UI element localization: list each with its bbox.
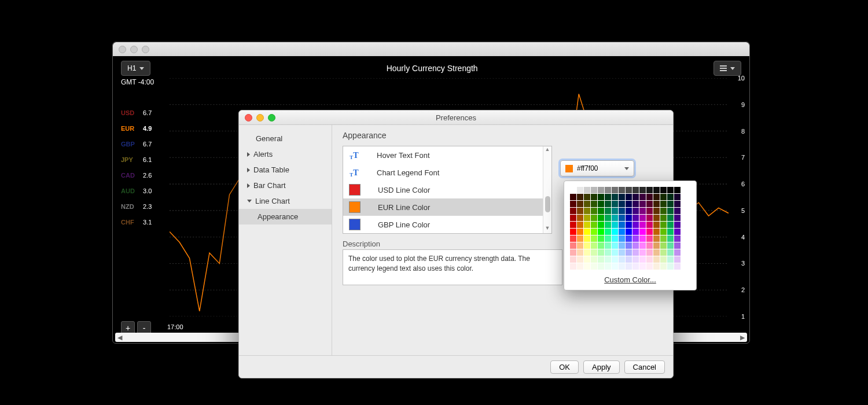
palette-swatch[interactable] xyxy=(667,242,674,249)
palette-swatch[interactable] xyxy=(660,256,667,263)
palette-swatch[interactable] xyxy=(577,201,583,207)
palette-swatch[interactable] xyxy=(577,256,583,263)
palette-swatch[interactable] xyxy=(577,235,583,242)
palette-swatch[interactable] xyxy=(619,215,625,221)
legend-row-aud[interactable]: AUD3.0 xyxy=(121,183,152,198)
palette-swatch[interactable] xyxy=(660,187,667,193)
palette-swatch[interactable] xyxy=(605,263,611,270)
palette-swatch[interactable] xyxy=(639,194,646,200)
palette-swatch[interactable] xyxy=(632,201,639,207)
palette-swatch[interactable] xyxy=(674,249,681,256)
palette-swatch[interactable] xyxy=(584,256,590,263)
palette-swatch[interactable] xyxy=(626,263,632,270)
palette-swatch[interactable] xyxy=(653,249,660,256)
palette-swatch[interactable] xyxy=(674,256,681,263)
legend-row-usd[interactable]: USD6.7 xyxy=(121,105,152,120)
palette-swatch[interactable] xyxy=(598,235,604,242)
palette-swatch[interactable] xyxy=(646,256,653,263)
palette-swatch[interactable] xyxy=(591,208,597,214)
palette-swatch[interactable] xyxy=(570,256,576,263)
palette-swatch[interactable] xyxy=(653,263,660,270)
property-row[interactable]: TTHover Text Font xyxy=(343,146,551,164)
scroll-down-icon[interactable]: ▼ xyxy=(543,225,551,233)
minimize-icon[interactable] xyxy=(130,46,138,53)
palette-swatch[interactable] xyxy=(612,194,618,200)
palette-swatch[interactable] xyxy=(632,194,639,200)
sidebar-item-general[interactable]: General xyxy=(239,131,332,146)
palette-swatch[interactable] xyxy=(660,222,667,228)
palette-swatch[interactable] xyxy=(619,249,625,256)
palette-swatch[interactable] xyxy=(674,215,681,221)
zoom-icon[interactable] xyxy=(142,46,149,53)
palette-swatch[interactable] xyxy=(612,222,618,228)
palette-swatch[interactable] xyxy=(570,222,576,228)
palette-swatch[interactable] xyxy=(584,222,590,228)
palette-swatch[interactable] xyxy=(626,215,632,221)
palette-swatch[interactable] xyxy=(646,215,653,221)
palette-swatch[interactable] xyxy=(612,263,618,270)
palette-swatch[interactable] xyxy=(584,249,590,256)
palette-swatch[interactable] xyxy=(626,222,632,228)
palette-swatch[interactable] xyxy=(591,222,597,228)
palette-swatch[interactable] xyxy=(674,201,681,207)
palette-swatch[interactable] xyxy=(577,187,583,193)
palette-swatch[interactable] xyxy=(619,229,625,235)
palette-swatch[interactable] xyxy=(605,256,611,263)
palette-swatch[interactable] xyxy=(584,215,590,221)
palette-swatch[interactable] xyxy=(674,222,681,228)
palette-swatch[interactable] xyxy=(674,229,681,235)
legend-row-chf[interactable]: CHF3.1 xyxy=(121,214,152,230)
palette-swatch[interactable] xyxy=(667,256,674,263)
palette-swatch[interactable] xyxy=(667,194,674,200)
palette-swatch[interactable] xyxy=(632,256,639,263)
palette-swatch[interactable] xyxy=(626,208,632,214)
palette-swatch[interactable] xyxy=(667,201,674,207)
sidebar-item-data-table[interactable]: Data Table xyxy=(239,162,332,178)
palette-swatch[interactable] xyxy=(674,263,681,270)
palette-swatch[interactable] xyxy=(639,201,646,207)
palette-swatch[interactable] xyxy=(570,201,576,207)
palette-swatch[interactable] xyxy=(646,194,653,200)
palette-swatch[interactable] xyxy=(570,215,576,221)
palette-swatch[interactable] xyxy=(619,208,625,214)
palette-swatch[interactable] xyxy=(639,249,646,256)
palette-swatch[interactable] xyxy=(632,187,639,193)
palette-swatch[interactable] xyxy=(612,242,618,249)
close-icon[interactable] xyxy=(119,46,126,53)
palette-swatch[interactable] xyxy=(612,235,618,242)
palette-swatch[interactable] xyxy=(639,242,646,249)
palette-swatch[interactable] xyxy=(667,222,674,228)
palette-swatch[interactable] xyxy=(674,208,681,214)
palette-swatch[interactable] xyxy=(660,242,667,249)
palette-swatch[interactable] xyxy=(598,222,604,228)
palette-swatch[interactable] xyxy=(584,229,590,235)
palette-swatch[interactable] xyxy=(632,235,639,242)
palette-swatch[interactable] xyxy=(667,249,674,256)
palette-swatch[interactable] xyxy=(653,208,660,214)
palette-swatch[interactable] xyxy=(619,235,625,242)
palette-swatch[interactable] xyxy=(653,235,660,242)
palette-swatch[interactable] xyxy=(632,242,639,249)
palette-swatch[interactable] xyxy=(570,187,576,193)
palette-swatch[interactable] xyxy=(619,242,625,249)
palette-swatch[interactable] xyxy=(612,249,618,256)
palette-swatch[interactable] xyxy=(646,249,653,256)
palette-swatch[interactable] xyxy=(619,222,625,228)
palette-swatch[interactable] xyxy=(667,215,674,221)
palette-swatch[interactable] xyxy=(598,242,604,249)
palette-swatch[interactable] xyxy=(577,208,583,214)
color-palette[interactable] xyxy=(570,187,690,270)
palette-swatch[interactable] xyxy=(577,215,583,221)
palette-swatch[interactable] xyxy=(598,249,604,256)
palette-swatch[interactable] xyxy=(605,208,611,214)
palette-swatch[interactable] xyxy=(584,201,590,207)
scroll-left-icon[interactable]: ◀ xyxy=(115,334,124,341)
palette-swatch[interactable] xyxy=(598,208,604,214)
property-row[interactable]: USD Line Color xyxy=(343,181,551,198)
palette-swatch[interactable] xyxy=(598,201,604,207)
palette-swatch[interactable] xyxy=(591,263,597,270)
legend-row-jpy[interactable]: JPY6.1 xyxy=(121,152,152,167)
palette-swatch[interactable] xyxy=(598,229,604,235)
palette-swatch[interactable] xyxy=(577,194,583,200)
palette-swatch[interactable] xyxy=(605,235,611,242)
